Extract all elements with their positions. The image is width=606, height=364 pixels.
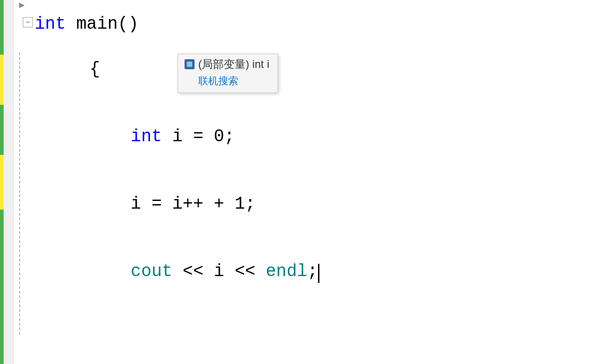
assign-op-2: =: [151, 194, 162, 214]
code-line-1: −int main(): [23, 13, 597, 35]
autocomplete-item-int-i[interactable]: (局部变量) int i: [185, 57, 271, 72]
assign-op-1: =: [193, 127, 204, 146]
keyword-int-var: int: [131, 127, 162, 146]
num-zero: 0: [203, 127, 224, 146]
code-area[interactable]: −int main() { int i = 0; i = i++ + 1; co…: [14, 0, 606, 364]
keyword-int-main: int: [35, 13, 66, 35]
shift-op-1: <<: [172, 261, 203, 281]
var-i-decl: i: [162, 127, 193, 146]
autocomplete-popup[interactable]: (局部变量) int i 联机搜索: [178, 54, 278, 93]
autocomplete-item-icon: [185, 59, 195, 69]
semi-3: ;: [308, 261, 318, 281]
open-brace: {: [90, 59, 100, 79]
keyword-cout: cout: [131, 261, 172, 281]
autocomplete-item-label: (局部变量) int i: [198, 57, 269, 72]
code-line-2: {: [27, 35, 597, 103]
code-line-5: cout << i << endl;: [68, 238, 597, 305]
function-parens: (): [118, 13, 139, 35]
margin-indicator-yellow2: [0, 155, 4, 210]
shift-op-2: <<: [224, 261, 255, 281]
code-line-4: i = i++ + 1;: [68, 170, 597, 238]
semi-2: ;: [245, 194, 256, 214]
function-name-main: main: [66, 13, 118, 35]
text-cursor: [318, 264, 319, 283]
code-line-6: return 0;: [68, 360, 597, 364]
keyword-endl: endl: [256, 261, 308, 281]
editor-container: ▶ −int main() { int i = 0; i = i++ + 1; …: [0, 0, 606, 364]
var-i-cout: i: [203, 261, 224, 281]
var-i-1: i: [131, 194, 152, 214]
margin-indicator-green-mid: [0, 105, 4, 155]
num-one: 1: [224, 194, 245, 214]
code-line-blank1: [23, 305, 597, 342]
autocomplete-online-search-link[interactable]: 联机搜索: [185, 74, 271, 88]
collapse-button[interactable]: −: [23, 17, 33, 27]
left-margin: [0, 0, 14, 364]
plus-op: +: [203, 194, 224, 214]
semi-1: ;: [224, 127, 235, 146]
code-line-blank2: [23, 342, 597, 360]
code-line-3: int i = 0;: [68, 103, 597, 170]
margin-indicator-green-top: [0, 0, 4, 55]
i-plusplus: i++: [162, 194, 203, 214]
margin-indicator-green-bottom: [0, 210, 4, 364]
margin-indicator-yellow: [0, 55, 4, 105]
